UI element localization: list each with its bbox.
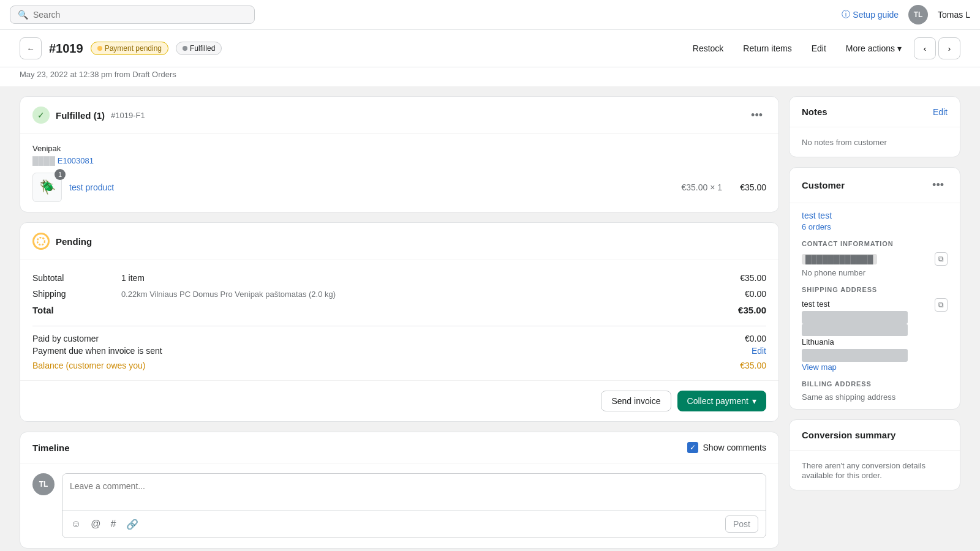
contact-row: ████████████ ⧉ (802, 252, 948, 266)
back-button[interactable]: ← (20, 37, 42, 59)
right-column: Notes Edit No notes from customer Custom… (789, 96, 960, 549)
edit-button[interactable]: Edit (804, 40, 834, 57)
return-items-button[interactable]: Return items (736, 40, 799, 57)
left-column: ✓ Fulfilled (1) #1019-F1 ••• Venipak ███… (20, 96, 779, 549)
notes-body: No notes from customer (790, 127, 960, 157)
notes-card: Notes Edit No notes from customer (789, 96, 960, 157)
chevron-down-icon: ▾ (897, 43, 902, 53)
payment-due-edit-link[interactable]: Edit (752, 346, 766, 356)
order-date: May 23, 2022 at 12:38 pm from Draft Orde… (0, 67, 980, 86)
customer-title: Customer (802, 180, 845, 190)
mention-button[interactable]: @ (89, 517, 102, 531)
product-total: €35.00 (729, 182, 766, 192)
paid-amount: €0.00 (745, 334, 766, 343)
tracking-info: Venipak ████ E1003081 (32, 144, 766, 165)
svg-point-0 (37, 238, 45, 245)
subtotal-row: Subtotal 1 item €35.00 (32, 270, 766, 286)
notes-edit-link[interactable]: Edit (933, 107, 948, 117)
collect-payment-button[interactable]: Collect payment ▾ (677, 391, 766, 411)
customer-name-link[interactable]: test test (802, 211, 948, 220)
product-row: 🪲 1 test product €35.00 × 1 €35.00 (32, 173, 766, 202)
user-avatar[interactable]: TL (908, 5, 928, 24)
setup-guide-icon: ⓘ (842, 9, 850, 20)
restock-button[interactable]: Restock (685, 40, 731, 57)
total-amount: €35.00 (692, 302, 766, 318)
shipping-section-label: SHIPPING ADDRESS (802, 286, 948, 293)
shipping-label: Shipping (32, 286, 121, 302)
show-comments-checkbox[interactable]: ✓ (687, 442, 698, 453)
total-label: Total (32, 302, 121, 318)
customer-menu-button[interactable]: ••• (929, 178, 948, 193)
next-icon: › (948, 44, 951, 53)
more-actions-button[interactable]: More actions ▾ (839, 40, 909, 57)
shipping-address2: █████ ██████ (802, 324, 908, 337)
contact-section-label: CONTACT INFORMATION (802, 240, 948, 247)
card-actions: Send invoice Collect payment ▾ (20, 380, 778, 421)
user-name: Tomas L (938, 10, 970, 20)
payment-dot (97, 46, 102, 51)
shipping-amount: €0.00 (692, 286, 766, 302)
send-invoice-button[interactable]: Send invoice (601, 391, 671, 411)
comment-box: ☺ @ # 🔗 Post (62, 473, 766, 538)
emoji-button[interactable]: ☺ (70, 517, 82, 531)
fulfilled-title: Fulfilled (1) (56, 110, 105, 121)
notes-card-header: Notes Edit (790, 97, 960, 127)
timeline-section: Timeline ✓ Show comments TL ☺ @ # 🔗 (20, 432, 779, 549)
prev-order-button[interactable]: ‹ (914, 37, 936, 59)
copy-address-button[interactable]: ⧉ (935, 298, 948, 312)
shipping-address1: █ ████████████ █████ (802, 311, 908, 324)
search-container[interactable]: 🔍 (10, 6, 255, 24)
balance-label: Balance (customer owes you) (32, 361, 145, 370)
search-icon: 🔍 (18, 10, 28, 20)
subtotal-label: Subtotal (32, 270, 121, 286)
product-price: €35.00 × 1 (681, 182, 722, 192)
payment-due-label: Payment due when invoice is sent (32, 346, 162, 356)
conversion-no-details: There aren't any conversion details avai… (802, 461, 925, 480)
post-button[interactable]: Post (725, 515, 758, 533)
fulfilled-badge: Fulfilled (176, 42, 222, 55)
tracking-link[interactable]: E1003081 (58, 156, 94, 165)
conversion-title: Conversion summary (802, 430, 895, 440)
fulfilled-card: ✓ Fulfilled (1) #1019-F1 ••• Venipak ███… (20, 96, 779, 212)
customer-card: Customer ••• test test 6 orders CONTACT … (789, 167, 960, 410)
fulfilled-card-header: ✓ Fulfilled (1) #1019-F1 ••• (20, 97, 778, 134)
balance-amount: €35.00 (740, 361, 766, 370)
top-right-area: ⓘ Setup guide TL Tomas L (842, 5, 970, 24)
carrier-name: Venipak (32, 144, 766, 153)
balance-row: Balance (customer owes you) €35.00 (32, 361, 766, 370)
link-button[interactable]: 🔗 (125, 517, 140, 531)
total-row: Total €35.00 (32, 302, 766, 318)
shipping-phone: +███████████ (802, 349, 908, 362)
show-comments-container: ✓ Show comments (687, 442, 766, 453)
copy-email-button[interactable]: ⧉ (935, 252, 948, 266)
collect-chevron-icon: ▾ (752, 396, 756, 406)
fulfilled-ref: #1019-F1 (111, 111, 145, 120)
fulfilled-card-body: Venipak ████ E1003081 🪲 1 test product €… (20, 134, 778, 212)
product-image: 🪲 1 (32, 173, 62, 202)
product-name-link[interactable]: test product (69, 182, 674, 192)
fulfilled-icon: ✓ (32, 107, 50, 124)
search-input[interactable] (33, 10, 247, 20)
back-icon: ← (26, 44, 34, 53)
fulfilled-menu-button[interactable]: ••• (747, 108, 766, 123)
timeline-header: Timeline ✓ Show comments (20, 432, 778, 463)
comment-toolbar: ☺ @ # 🔗 Post (62, 510, 766, 538)
billing-same-text: Same as shipping address (802, 392, 948, 402)
payment-due-row: Payment due when invoice is sent Edit (32, 346, 766, 356)
shipping-name: test test (802, 298, 908, 311)
view-map-link[interactable]: View map (802, 362, 837, 372)
hashtag-button[interactable]: # (110, 517, 118, 531)
header-actions: Restock Return items Edit More actions ▾… (685, 37, 960, 59)
setup-guide-link[interactable]: ⓘ Setup guide (842, 9, 899, 20)
no-notes-text: No notes from customer (802, 138, 887, 147)
pending-card-header: Pending (20, 223, 778, 260)
pending-card: Pending Subtotal 1 item €35.00 Shipping … (20, 222, 779, 422)
paid-row: Paid by customer €0.00 (32, 334, 766, 343)
shipping-row: Shipping 0.22km Vilniaus PC Domus Pro Ve… (32, 286, 766, 302)
comment-input[interactable] (62, 474, 766, 508)
nav-arrows: ‹ › (914, 37, 960, 59)
customer-orders-link[interactable]: 6 orders (802, 222, 831, 231)
customer-card-header: Customer ••• (790, 168, 960, 203)
next-order-button[interactable]: › (938, 37, 960, 59)
prev-icon: ‹ (924, 44, 926, 53)
